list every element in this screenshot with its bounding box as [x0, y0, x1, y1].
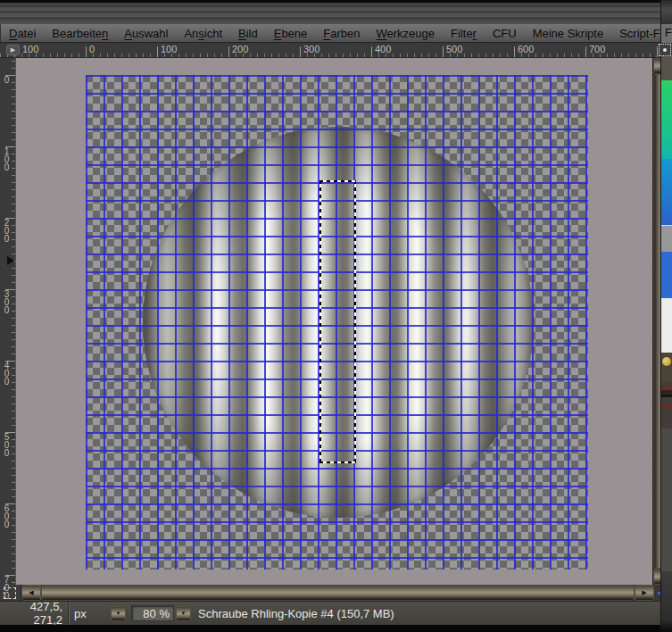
image-title-status: Schraube Rhling-Kopie #4 (150,7 MB) — [198, 607, 394, 620]
ruler-label: 500 — [2, 432, 12, 503]
menu-item[interactable]: Bearbeiten — [44, 27, 116, 40]
horizontal-scrollbar-row: ◀ ▶ — [0, 585, 672, 601]
resize-toggle-icon[interactable] — [659, 44, 671, 56]
ruler-origin-button[interactable]: ▶ — [6, 45, 20, 55]
ruler-label: 0 — [89, 44, 161, 54]
menu-item[interactable]: Filter — [443, 27, 485, 40]
ruler-label: 600 — [518, 44, 589, 54]
menu-item[interactable]: Auswahl — [116, 27, 176, 40]
menu-item[interactable]: Bild — [230, 27, 266, 40]
menu-item[interactable]: CFU — [485, 27, 525, 40]
right-arrow-icon: ▶ — [642, 589, 646, 596]
ruler-label: 700 — [2, 575, 12, 632]
ruler-label: 300 — [2, 289, 12, 361]
menu-item[interactable]: Datei — [1, 27, 44, 40]
horizontal-ruler[interactable]: ▶ 1000100200300400500600700 — [0, 43, 672, 58]
ruler-label: 100 — [22, 44, 89, 54]
ruler-label: 200 — [2, 218, 12, 289]
scroll-left-button[interactable]: ◀ — [21, 585, 41, 601]
background-yellow-icon — [661, 353, 672, 382]
menu-item[interactable]: Ebene — [266, 27, 316, 40]
vertical-ruler-labels: 0100200300400500600700 — [2, 75, 12, 632]
ruler-label: 700 — [589, 44, 660, 54]
zoom-input[interactable]: 80 % — [131, 605, 174, 621]
scroll-right-button[interactable]: ▶ — [635, 585, 654, 601]
window-top-edge — [0, 0, 672, 24]
menu-items: Datei Bearbeiten Auswahl Ansicht Bild Eb… — [1, 27, 672, 40]
menu-item[interactable]: Werkzeuge — [369, 27, 444, 40]
selection-marching-ants[interactable] — [319, 180, 356, 463]
ruler-label: 200 — [232, 44, 303, 54]
background-menu-fragment: F — [661, 24, 672, 43]
zoom-dropdown-button[interactable]: ▼ — [176, 606, 191, 621]
status-bar: 427,5, 271,2 px ▼ 80 % ▼ Schraube Rhling… — [0, 601, 672, 625]
background-window-sliver: F — [660, 0, 672, 632]
menu-item[interactable]: Farben — [315, 27, 368, 40]
vertical-ruler[interactable]: 0100200300400500600700 — [0, 58, 16, 585]
down-arrow-icon: ▼ — [116, 611, 121, 616]
image-canvas[interactable] — [16, 58, 652, 585]
menu-bar: Datei Bearbeiten Auswahl Ansicht Bild Eb… — [0, 24, 672, 43]
ruler-label: 300 — [303, 44, 375, 54]
ruler-position-marker-icon — [7, 256, 19, 265]
ruler-label: 100 — [161, 44, 232, 54]
ruler-label: 400 — [375, 44, 446, 54]
menu-item[interactable]: Ansicht — [176, 27, 230, 40]
unit-selector[interactable]: px — [70, 607, 111, 620]
unit-label: px — [74, 607, 87, 620]
play-icon: ▶ — [11, 46, 15, 53]
left-arrow-icon: ◀ — [29, 589, 33, 596]
ruler-label: 400 — [2, 361, 12, 432]
horizontal-scrollbar-thumb[interactable] — [41, 585, 635, 601]
window-bottom-edge — [0, 625, 672, 632]
down-arrow-icon: ▼ — [181, 611, 187, 616]
ruler-label: 0 — [2, 75, 12, 146]
ruler-label: 600 — [2, 503, 12, 575]
ruler-label: 500 — [446, 44, 518, 54]
menu-item[interactable]: Meine Skripte — [525, 27, 611, 40]
horizontal-ruler-labels: 1000100200300400500600700 — [0, 44, 660, 54]
gimp-image-window: Datei Bearbeiten Auswahl Ansicht Bild Eb… — [0, 0, 672, 632]
ruler-label: 100 — [2, 146, 12, 218]
unit-dropdown-button[interactable]: ▼ — [111, 606, 126, 621]
zoom-control: 80 % ▼ — [131, 605, 191, 621]
